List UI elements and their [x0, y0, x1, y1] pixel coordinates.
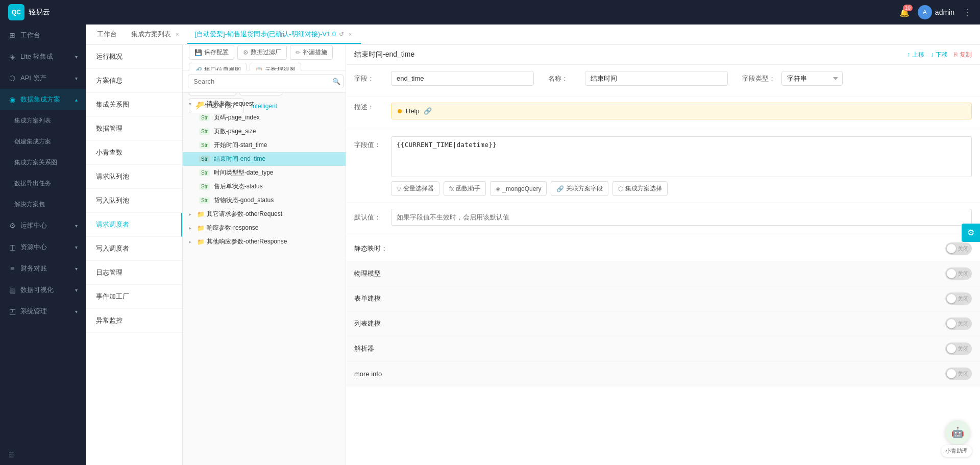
- sidebar-item-workbench[interactable]: ⊞ 工作台: [0, 25, 86, 46]
- form-build-row[interactable]: 表单建模 关闭: [346, 286, 980, 311]
- link-field-button[interactable]: 🔗 关联方案字段: [551, 181, 608, 196]
- physical-model-toggle[interactable]: 关闭: [945, 267, 972, 280]
- filter-icon: ⚙: [243, 49, 249, 56]
- default-value-input[interactable]: [391, 209, 972, 226]
- func-icon: fx: [449, 185, 454, 192]
- default-value-section: 默认值：: [346, 203, 980, 236]
- sidebar-item-dataviz[interactable]: ▦ 数据可视化 ▾: [0, 279, 86, 301]
- list-build-row[interactable]: 列表建模 关闭: [346, 311, 980, 336]
- physical-model-row[interactable]: 物理模型 关闭: [346, 261, 980, 286]
- search-input[interactable]: [188, 75, 344, 88]
- left-panel-item-overview[interactable]: 运行概况: [86, 45, 182, 69]
- default-value-row: 默认值：: [354, 209, 972, 226]
- header-actions: ↑ 上移 ↓ 下移 ⎘ 复制: [907, 51, 972, 59]
- tree-item-other-request[interactable]: ▸ 📁 其它请求参数-otherRequest: [183, 207, 346, 221]
- tree-item-end-time[interactable]: Str 结束时间-end_time: [183, 152, 346, 166]
- sidebar-item-finance[interactable]: ≡ 财务对账 ▾: [0, 258, 86, 279]
- tree-item-request-params[interactable]: ▾ 📁 请求参数-request: [183, 97, 346, 111]
- folder-icon: 📁: [197, 211, 205, 218]
- tab-solution-list[interactable]: 集成方案列表 ×: [124, 26, 187, 44]
- tab-close-button[interactable]: ×: [347, 31, 353, 38]
- tree-item-label: 结束时间-end_time: [214, 155, 341, 163]
- sidebar-subitem-relation[interactable]: 集成方案关系图: [0, 152, 86, 173]
- left-panel-item-request-pool[interactable]: 请求队列池: [86, 165, 182, 189]
- form-build-toggle[interactable]: 关闭: [945, 292, 972, 305]
- left-panel-item-assistant[interactable]: 小青查数: [86, 141, 182, 165]
- left-panel-item-write-debug[interactable]: 写入调度者: [86, 237, 182, 261]
- left-panel-item-exception[interactable]: 异常监控: [86, 309, 182, 333]
- field-input[interactable]: [391, 71, 534, 86]
- name-input[interactable]: [585, 71, 728, 86]
- tree-item-start-time[interactable]: Str 开始时间-start_time: [183, 138, 346, 152]
- move-down-button[interactable]: ↓ 下移: [930, 51, 948, 59]
- refresh-icon[interactable]: ↺: [339, 31, 344, 38]
- toggle-off-text: 关闭: [958, 370, 969, 378]
- left-panel-item-log[interactable]: 日志管理: [86, 261, 182, 285]
- left-panel-item-request-debug[interactable]: 请求调度者: [86, 213, 182, 237]
- static-map-label: 静态映时：: [354, 244, 387, 253]
- more-info-toggle[interactable]: 关闭: [945, 368, 972, 380]
- left-panel-item-info[interactable]: 方案信息: [86, 69, 182, 93]
- solution-select-button[interactable]: ⬡ 集成方案选择: [612, 181, 668, 196]
- tree-item-date-type[interactable]: Str 时间类型型-date_type: [183, 166, 346, 180]
- toggle-off-text: 关闭: [958, 345, 969, 353]
- sidebar-subitem-solution-list[interactable]: 集成方案列表: [0, 110, 86, 131]
- left-panel-item-write-pool[interactable]: 写入队列池: [86, 189, 182, 213]
- tree-item-other-response[interactable]: ▸ 📁 其他响应参数-otherResponse: [183, 235, 346, 249]
- toggle-thumb: [947, 244, 956, 253]
- tab-workspace[interactable]: 工作台: [90, 26, 124, 44]
- xiao-qing-helper-button[interactable]: 🤖: [945, 420, 970, 445]
- sidebar-item-data-solution[interactable]: ◉ 数据集成方案 ▴: [0, 89, 86, 110]
- list-build-toggle[interactable]: 关闭: [945, 317, 972, 330]
- external-link-icon[interactable]: 🔗: [424, 107, 432, 115]
- left-panel-item-data[interactable]: 数据管理: [86, 117, 182, 141]
- copy-field-button[interactable]: ⎘ 复制: [954, 51, 972, 59]
- sidebar-item-ops[interactable]: ⚙ 运维中心 ▾: [0, 215, 86, 236]
- func-helper-button[interactable]: fx 函数助手: [444, 181, 486, 196]
- tree-item-status[interactable]: Str 售后单状态-status: [183, 180, 346, 193]
- sidebar-item-lite[interactable]: ◈ Lite 轻集成 ▾: [0, 46, 86, 67]
- str-badge: Str: [199, 197, 210, 204]
- tree-item-response[interactable]: ▸ 📁 响应参数-response: [183, 221, 346, 235]
- content-area: 工作台 集成方案列表 × [自动爱梨]-销售退货同步(已确认-明细对接)-V1.…: [86, 25, 980, 465]
- tab-close-button[interactable]: ×: [174, 31, 180, 38]
- type-select[interactable]: 字符串: [781, 71, 843, 86]
- parser-toggle[interactable]: 关闭: [945, 342, 972, 355]
- tree-item-page-size[interactable]: Str 页数-page_size: [183, 125, 346, 138]
- wrench-icon: ✏: [296, 49, 301, 56]
- tree-item-good-status[interactable]: Str 货物状态-good_status: [183, 193, 346, 207]
- data-solution-icon: ◉: [8, 95, 16, 104]
- field-info-row: 字段： 名称： 字段类型： 字符串: [354, 71, 972, 86]
- static-map-toggle[interactable]: 关闭: [945, 242, 972, 255]
- remediation-button[interactable]: ✏ 补漏措施: [290, 45, 333, 60]
- sidebar-subitem-export[interactable]: 数据导出任务: [0, 173, 86, 194]
- user-menu[interactable]: A admin: [918, 5, 954, 19]
- save-config-button[interactable]: 💾 保存配置: [189, 45, 234, 60]
- parser-row[interactable]: 解析器 关闭: [346, 336, 980, 361]
- sidebar-subitem-package[interactable]: 解决方案包: [0, 194, 86, 215]
- sidebar-item-sysmgmt[interactable]: ◰ 系统管理 ▾: [0, 301, 86, 322]
- var-selector-button[interactable]: ▽ 变量选择器: [391, 181, 439, 196]
- tree-item-page-index[interactable]: Str 页码-page_index: [183, 111, 346, 125]
- str-badge: Str: [199, 183, 210, 190]
- tab-solution-detail[interactable]: [自动爱梨]-销售退货同步(已确认-明细对接)-V1.0 ↺ ×: [187, 26, 360, 44]
- sidebar-item-resource[interactable]: ◫ 资源中心 ▾: [0, 236, 86, 258]
- sidebar-collapse-button[interactable]: ☰: [0, 445, 86, 465]
- sidebar-label: 数据可视化: [20, 285, 54, 295]
- mongo-query-button[interactable]: ◈ _mongoQuery: [490, 181, 547, 196]
- description-section: 描述： Help 🔗: [346, 96, 980, 130]
- left-panel-item-event[interactable]: 事件加工厂: [86, 285, 182, 309]
- sidebar-subitem-create[interactable]: 创建集成方案: [0, 131, 86, 152]
- field-value-editor[interactable]: {{CURRENT_TIME|datetime}}: [391, 136, 972, 177]
- toggle-thumb: [947, 319, 956, 328]
- field-detail-header: 结束时间-end_time ↑ 上移 ↓ 下移 ⎘ 复制: [346, 45, 980, 65]
- gear-settings-button[interactable]: ⚙: [962, 224, 980, 242]
- data-filter-button[interactable]: ⚙ 数据过滤厂: [237, 45, 287, 60]
- sidebar-item-api[interactable]: ⬡ API 资产 ▾: [0, 67, 86, 89]
- more-options-button[interactable]: ⋮: [963, 7, 972, 18]
- notification-button[interactable]: 🔔 10: [899, 8, 910, 17]
- left-panel-item-map[interactable]: 集成关系图: [86, 93, 182, 117]
- more-info-row[interactable]: more info 关闭: [346, 361, 980, 386]
- tab-label: 集成方案列表: [131, 30, 171, 39]
- move-up-button[interactable]: ↑ 上移: [907, 51, 924, 59]
